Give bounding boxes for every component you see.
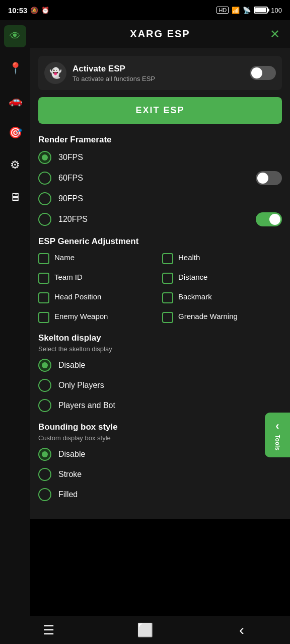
fps-60-item[interactable]: 60FPS — [38, 172, 83, 185]
activate-esp-title: Activate ESP — [72, 64, 244, 74]
checkbox-name-box — [38, 253, 49, 264]
status-bar: 10:53 🔕 ⏰ HD 📶 📡 100 — [0, 0, 290, 20]
battery-icon — [254, 7, 268, 14]
checkbox-name[interactable]: Name — [38, 253, 158, 264]
fps-90-item[interactable]: 90FPS — [38, 192, 83, 205]
bbox-disable-dot — [42, 451, 48, 457]
mute-icon: 🔕 — [30, 7, 38, 14]
exit-esp-button[interactable]: EXIT ESP — [38, 97, 282, 124]
close-button[interactable]: ✕ — [270, 27, 280, 41]
car-icon: 🚗 — [9, 94, 22, 107]
skelton-players-bot-radio — [38, 399, 51, 412]
app-title: XARG ESP — [130, 28, 190, 40]
fps-60-toggle-knob — [257, 173, 268, 184]
sidebar-item-target[interactable]: 🎯 — [4, 122, 26, 144]
checkbox-backmark-label: Backmark — [178, 292, 212, 302]
fps-120-item[interactable]: 120FPS — [38, 213, 88, 226]
checkbox-head-position-label: Head Position — [54, 292, 101, 302]
alarm-icon: ⏰ — [41, 7, 49, 14]
fps-30-radio — [38, 151, 51, 164]
nav-menu-button[interactable]: ☰ — [33, 620, 63, 640]
checkbox-grenade-warning[interactable]: Grenade Warning — [162, 311, 282, 323]
checkbox-distance-box — [162, 273, 173, 284]
bottom-nav: ☰ ⬜ ‹ — [0, 616, 290, 644]
skelton-only-players-item[interactable]: Only Players — [38, 379, 282, 392]
esp-generic-grid: Name Health Team ID Distance Head Positi… — [38, 253, 282, 323]
render-framerate-title: Render Framerate — [38, 135, 282, 145]
float-tab-label: Tools — [274, 435, 281, 450]
float-tab[interactable]: ‹ Tools — [265, 413, 290, 457]
bbox-filled-item[interactable]: Filled — [38, 488, 282, 501]
skelton-disable-radio — [38, 359, 51, 372]
sidebar-item-eye[interactable]: 👁 — [4, 25, 26, 47]
checkbox-team-id[interactable]: Team ID — [38, 272, 158, 284]
sidebar-item-settings[interactable]: ⚙ — [4, 154, 26, 176]
sidebar: 👁 📍 🚗 🎯 ⚙ 🖥 — [0, 20, 30, 616]
checkbox-team-id-label: Team ID — [54, 272, 83, 282]
fps-90-radio — [38, 192, 51, 205]
checkbox-health[interactable]: Health — [162, 253, 282, 264]
status-left: 10:53 🔕 ⏰ — [8, 6, 49, 15]
skelton-only-players-radio — [38, 379, 51, 392]
fps-120-toggle[interactable] — [256, 212, 282, 226]
time-display: 10:53 — [8, 6, 27, 15]
checkbox-backmark-box — [162, 292, 173, 303]
bbox-filled-label: Filled — [58, 490, 78, 499]
fps-30-label: 30FPS — [58, 153, 83, 162]
skelton-display-subtitle: Select the skelton display — [38, 345, 282, 353]
skelton-only-players-label: Only Players — [58, 381, 104, 390]
main-content: XARG ESP ✕ 👻 Activate ESP To activate al… — [30, 20, 290, 549]
chip-icon: 🖥 — [10, 191, 21, 204]
signal-icon: 📶 — [232, 7, 240, 14]
app-header: XARG ESP ✕ — [30, 20, 290, 48]
fps-60-toggle[interactable] — [256, 171, 282, 185]
checkbox-head-position[interactable]: Head Position — [38, 292, 158, 303]
checkbox-grenade-warning-label: Grenade Warning — [178, 311, 238, 321]
skelton-disable-dot — [42, 362, 48, 368]
settings-icon: ⚙ — [10, 158, 20, 172]
fps-30-item[interactable]: 30FPS — [38, 151, 83, 164]
fps-120-row: 120FPS — [38, 212, 282, 226]
checkbox-distance[interactable]: Distance — [162, 272, 282, 284]
back-icon: ‹ — [239, 621, 244, 638]
bbox-disable-item[interactable]: Disable — [38, 448, 282, 461]
bounding-box-title: Bounding box style — [38, 422, 282, 432]
bbox-stroke-label: Stroke — [58, 470, 82, 479]
esp-generic-title: ESP Generic Adjustment — [38, 236, 282, 247]
sidebar-item-chip[interactable]: 🖥 — [4, 186, 26, 208]
sidebar-item-location[interactable]: 📍 — [4, 57, 26, 79]
nav-back-button[interactable]: ‹ — [227, 620, 257, 640]
battery-fill — [255, 8, 266, 12]
location-icon: 📍 — [9, 62, 22, 75]
checkbox-enemy-weapon-label: Enemy Weapon — [54, 311, 108, 321]
sidebar-item-car[interactable]: 🚗 — [4, 90, 26, 112]
skelton-disable-item[interactable]: Disable — [38, 359, 282, 372]
activate-esp-row: 👻 Activate ESP To activate all functions… — [38, 56, 282, 90]
bbox-filled-radio — [38, 488, 51, 501]
checkbox-enemy-weapon[interactable]: Enemy Weapon — [38, 311, 158, 323]
home-icon: ⬜ — [137, 622, 153, 638]
checkbox-health-box — [162, 253, 173, 264]
content-panel: 👻 Activate ESP To activate all functions… — [30, 48, 290, 519]
skelton-players-bot-item[interactable]: Players and Bot — [38, 399, 282, 412]
target-icon: 🎯 — [9, 126, 22, 139]
skelton-display-title: Skelton display — [38, 333, 282, 343]
activate-esp-icon: 👻 — [44, 62, 66, 84]
checkbox-backmark[interactable]: Backmark — [162, 292, 282, 303]
hd-badge: HD — [216, 7, 229, 14]
checkbox-enemy-weapon-box — [38, 312, 49, 323]
hamburger-icon: ☰ — [43, 622, 54, 638]
eye-icon: 👁 — [10, 30, 21, 43]
checkbox-health-label: Health — [178, 253, 200, 263]
fps-90-row: 90FPS — [38, 192, 282, 205]
fps-60-row: 60FPS — [38, 171, 282, 185]
checkbox-team-id-box — [38, 273, 49, 284]
activate-esp-toggle[interactable] — [250, 66, 276, 80]
bbox-stroke-item[interactable]: Stroke — [38, 468, 282, 481]
float-tab-arrow-icon: ‹ — [275, 420, 279, 433]
fps-120-radio — [38, 213, 51, 226]
wifi-icon: 📡 — [243, 7, 251, 14]
checkbox-grenade-warning-box — [162, 312, 173, 323]
checkbox-head-position-box — [38, 292, 49, 303]
nav-home-button[interactable]: ⬜ — [130, 620, 160, 640]
